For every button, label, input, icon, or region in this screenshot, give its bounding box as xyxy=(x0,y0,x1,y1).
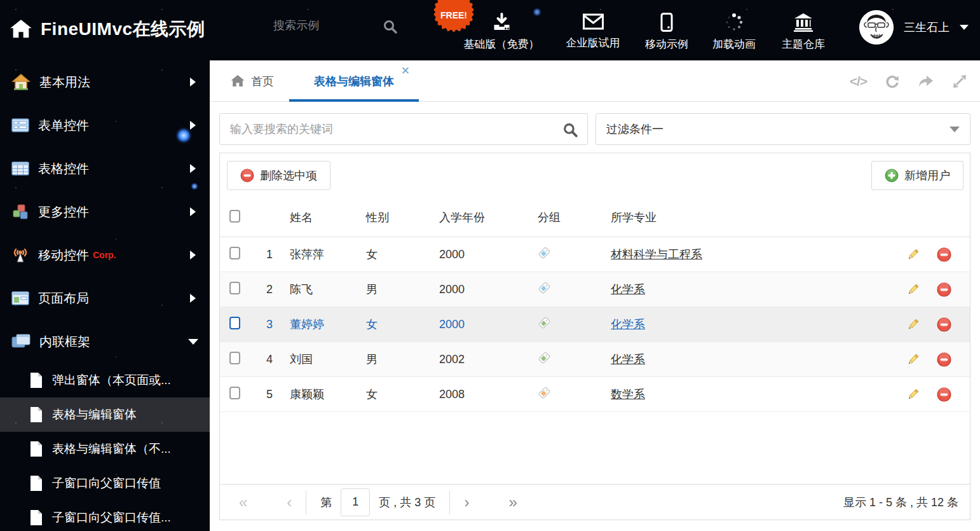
chevron-down-icon xyxy=(960,25,969,30)
share-icon[interactable] xyxy=(918,74,934,89)
sidebar-item-label: 表单控件 xyxy=(38,117,89,134)
tag-icon[interactable] xyxy=(538,387,550,399)
table-row[interactable]: 3 董婷婷 女 2000 化学系 xyxy=(220,307,970,342)
sidebar-item-mobile-controls[interactable]: 移动控件 Corp. xyxy=(0,233,210,277)
view-source-icon[interactable]: </> xyxy=(850,74,867,89)
chevron-right-icon xyxy=(190,294,196,303)
column-header-gender[interactable]: 性别 xyxy=(363,210,436,225)
tag-icon[interactable] xyxy=(538,247,550,259)
column-header-name[interactable]: 姓名 xyxy=(287,210,363,225)
cell-year: 2002 xyxy=(436,353,534,366)
mobile-icon xyxy=(660,13,673,32)
cell-year: 2000 xyxy=(436,283,534,296)
tag-icon[interactable] xyxy=(538,317,550,329)
user-menu[interactable]: 三生石上 xyxy=(859,10,969,45)
envelope-icon xyxy=(582,13,604,31)
header-search-input[interactable] xyxy=(273,19,369,32)
sidebar-item-label: 基本用法 xyxy=(39,74,90,91)
row-checkbox[interactable] xyxy=(229,387,240,399)
nav-loading-animation[interactable]: 加载动画 xyxy=(712,13,756,52)
home-icon xyxy=(231,75,245,87)
file-icon xyxy=(29,372,43,389)
major-link[interactable]: 材料科学与工程系 xyxy=(611,248,702,261)
column-header-year[interactable]: 入学年份 xyxy=(436,210,534,225)
row-checkbox[interactable] xyxy=(229,352,240,364)
edit-icon[interactable] xyxy=(906,318,920,331)
button-label: 新增用户 xyxy=(904,168,950,183)
delete-icon[interactable] xyxy=(937,317,951,332)
tag-icon[interactable] xyxy=(538,352,550,364)
sidebar-item-label: 更多控件 xyxy=(38,203,89,221)
sidebar-subitem-child-to-parent-2[interactable]: 子窗口向父窗口传值... xyxy=(0,500,210,531)
file-icon xyxy=(29,509,43,526)
nav-enterprise-trial[interactable]: 企业版试用 xyxy=(566,13,620,50)
search-icon[interactable] xyxy=(383,19,398,37)
keyword-search-input[interactable] xyxy=(220,114,538,144)
row-checkbox[interactable] xyxy=(229,282,240,294)
filter-dropdown[interactable]: 过滤条件一 xyxy=(595,113,970,145)
sidebar-item-page-layout[interactable]: 页面布局 xyxy=(0,277,210,320)
tab-grid-edit-window[interactable]: 表格与编辑窗体 ✕ xyxy=(289,60,419,102)
next-page-button[interactable]: › xyxy=(464,495,469,510)
nav-mobile-demo[interactable]: 移动示例 xyxy=(645,13,688,52)
delete-icon[interactable] xyxy=(937,247,951,262)
row-index: 4 xyxy=(255,353,287,366)
last-page-button[interactable]: » xyxy=(508,495,517,510)
sidebar-subitem-popup-window[interactable]: 弹出窗体（本页面或... xyxy=(0,363,210,397)
delete-selected-button[interactable]: 删除选中项 xyxy=(227,161,330,190)
table-row[interactable]: 5 康颖颖 女 2008 数学系 xyxy=(220,377,970,412)
cell-year: 2000 xyxy=(436,248,534,261)
table-row[interactable]: 2 陈飞 男 2000 化学系 xyxy=(220,272,970,307)
search-icon[interactable] xyxy=(562,122,578,141)
record-summary: 显示 1 - 5 条 , 共 12 条 xyxy=(843,495,958,510)
sidebar-item-grid-controls[interactable]: 表格控件 xyxy=(0,147,210,190)
column-header-major[interactable]: 所学专业 xyxy=(608,210,900,225)
active-tab-underline xyxy=(289,99,419,102)
file-icon xyxy=(29,441,43,457)
cell-gender: 女 xyxy=(363,317,436,332)
page-number-input[interactable] xyxy=(341,488,370,516)
cell-gender: 男 xyxy=(363,352,436,367)
sidebar-subitem-grid-edit-window-2[interactable]: 表格与编辑窗体（不... xyxy=(0,432,210,466)
edit-icon[interactable] xyxy=(906,353,920,366)
nav-theme-repo[interactable]: 主题仓库 xyxy=(782,13,825,52)
sidebar-item-basic-usage[interactable]: 基本用法 xyxy=(0,60,210,104)
app-logo[interactable]: FineUIMvc在线示例 xyxy=(10,17,205,41)
first-page-button[interactable]: « xyxy=(239,495,247,510)
avatar[interactable] xyxy=(859,10,894,45)
cell-group xyxy=(534,282,608,298)
sidebar-item-inline-frame[interactable]: 内联框架 xyxy=(0,320,210,363)
tab-home[interactable]: 首页 xyxy=(231,60,274,102)
table-row[interactable]: 4 刘国 男 2002 化学系 xyxy=(220,342,970,377)
column-header-group[interactable]: 分组 xyxy=(534,210,608,225)
row-index: 3 xyxy=(255,318,287,331)
row-checkbox[interactable] xyxy=(229,317,240,329)
major-link[interactable]: 数学系 xyxy=(611,388,645,401)
sidebar-subitem-grid-edit-window[interactable]: 表格与编辑窗体 xyxy=(0,397,210,432)
prev-page-button[interactable]: ‹ xyxy=(287,495,292,510)
close-icon[interactable]: ✕ xyxy=(401,66,410,76)
row-checkbox[interactable] xyxy=(229,247,240,259)
sidebar-item-form-controls[interactable]: 表单控件 xyxy=(0,104,210,147)
major-link[interactable]: 化学系 xyxy=(611,283,645,296)
corp-badge: Corp. xyxy=(93,250,116,260)
edit-icon[interactable] xyxy=(906,283,920,296)
edit-icon[interactable] xyxy=(906,388,920,401)
tag-icon[interactable] xyxy=(538,282,550,294)
antenna-icon xyxy=(11,247,29,263)
nav-basic-edition[interactable]: 基础版（免费） xyxy=(464,13,540,52)
sidebar-item-more-controls[interactable]: 更多控件 xyxy=(0,190,210,233)
delete-icon[interactable] xyxy=(937,387,951,402)
major-link[interactable]: 化学系 xyxy=(611,353,645,366)
add-user-button[interactable]: 新增用户 xyxy=(871,161,963,190)
delete-icon[interactable] xyxy=(937,352,951,367)
cell-gender: 女 xyxy=(363,387,436,402)
edit-icon[interactable] xyxy=(906,248,920,261)
expand-icon[interactable] xyxy=(952,74,967,89)
select-all-checkbox[interactable] xyxy=(229,210,240,223)
refresh-icon[interactable] xyxy=(885,74,900,89)
delete-icon[interactable] xyxy=(937,282,951,297)
sidebar-subitem-child-to-parent[interactable]: 子窗口向父窗口传值 xyxy=(0,466,210,500)
table-row[interactable]: 1 张萍萍 女 2000 材料科学与工程系 xyxy=(220,237,970,272)
major-link[interactable]: 化学系 xyxy=(611,318,645,331)
